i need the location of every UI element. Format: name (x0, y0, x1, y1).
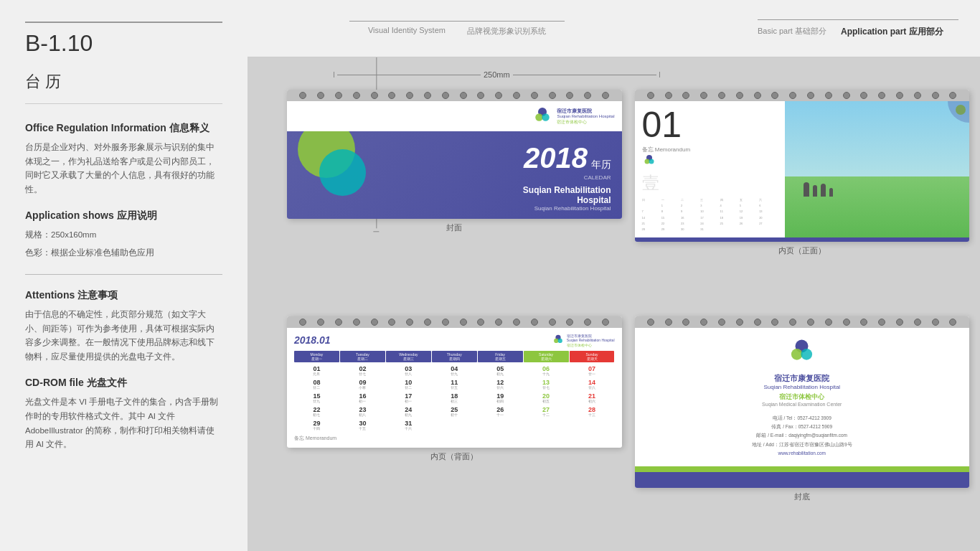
sky (785, 101, 969, 176)
ib-header: 2018.01 宿迁市康复医院 Suqian Rehabilitation Ho… (294, 334, 615, 348)
year-display: 2018 年历 (298, 142, 611, 174)
bc-check-en: Suqian Medical Examination Center (762, 402, 842, 407)
ib-logo: 宿迁市康复医院 Suqian Rehabilitation Hospital 宿… (552, 334, 615, 348)
application-label: Application part 应用部分 (841, 26, 943, 38)
svg-point-11 (801, 348, 813, 359)
bc-tel: 电话 / Tel：0527-4212 3909 (752, 414, 852, 423)
top-header: Visual Identity System 品牌视觉形象识别系统 Basic … (248, 0, 980, 57)
spiral-bc (635, 316, 970, 328)
svg-point-2 (542, 113, 550, 121)
card-front-top: 宿迁市康复医院 Suqian Rehabilitation Hospital 宿… (287, 101, 622, 131)
card-inside-front: 01 备忘 Memorandum 壹 (635, 90, 970, 242)
section1-title: Office Regulation Information 信息释义 (25, 122, 222, 135)
dim-250-annotation: 250mm (334, 70, 660, 79)
section3-body: 由于信息的不确定性，此页部分规范（如文字大小、间距等）可作为参考使用，具体可根据… (25, 308, 222, 364)
vi-label: Visual Identity System (368, 26, 446, 37)
card-front: 宿迁市康复医院 Suqian Rehabilitation Hospital 宿… (287, 90, 622, 219)
if-body: 01 备忘 Memorandum 壹 (635, 101, 970, 237)
bc-web: www.rehabilitation.com (752, 449, 852, 458)
svg-point-8 (557, 339, 562, 343)
section4-title: CD-ROM file 光盘文件 (25, 377, 222, 390)
svg-point-10 (791, 348, 803, 359)
memo-if: 备忘 Memorandum (642, 146, 778, 154)
ib-body: 2018.01 宿迁市康复医院 Suqian Rehabilitation Ho… (287, 328, 622, 448)
bc-hospital-zh: 宿迁市康复医院 (774, 373, 829, 384)
logo-area: 宿迁市康复医院 Suqian Rehabilitation Hospital 宿… (532, 105, 614, 127)
nianli-text: 年历 (591, 159, 611, 170)
bc-logo-icon (786, 336, 818, 369)
zh-label: 品牌视觉形象识别系统 (467, 26, 546, 37)
label-inside-back: 内页（背面） (287, 451, 622, 462)
caledar-text: CALEDAR (298, 174, 611, 181)
header-labels: Visual Identity System 品牌视觉形象识别系统 (368, 26, 546, 37)
section4-body: 光盘文件是本 VI 手册电子文件的集合，内含手册制作时的专用软件格式文件。其中 … (25, 395, 222, 451)
section2-title: Application shows 应用说明 (25, 209, 222, 222)
label-front: 封面 (287, 222, 622, 233)
svg-point-7 (554, 339, 558, 343)
bc-fax: 传真 / Fax：0527-4212 5909 (752, 423, 852, 431)
section2-body1: 规格：250x160mm (25, 228, 222, 242)
svg-point-1 (536, 113, 544, 121)
card-back-cover: 宿迁市康复医院 Suqian Rehabilitation Hospital 宿… (635, 316, 970, 489)
header-line (349, 21, 565, 22)
ib-logo-text: 宿迁市康复医院 Suqian Rehabilitation Hospital 宿… (567, 334, 615, 348)
bc-email: 邮箱 / E-mail：daqiyingfm@suqianfitm.com (752, 431, 852, 440)
card-inside-back-wrapper: 2018.01 宿迁市康复医院 Suqian Rehabilitation Ho… (287, 316, 622, 530)
hospital-en2: Hospital (298, 195, 611, 205)
hospital-logo-icon (532, 105, 553, 127)
month-number: 01 (642, 107, 778, 143)
date-rows: 01元旦02廿七03廿八04廿九05初九06十九07廿一08廿二09小寒10廿二… (294, 364, 615, 431)
card-front-main: 2018 年历 CALEDAR Suqian Rehabilitation Ho… (287, 131, 622, 219)
logo-text: 宿迁市康复医院 Suqian Rehabilitation Hospital 宿… (557, 108, 614, 126)
year-text: 2018 (524, 142, 588, 174)
bc-blue-bar (635, 472, 970, 488)
bc-addr: 地址 / Add：江苏省宿迁市宿豫区佛山山路9号 (752, 441, 852, 449)
main-content: 250mm 160mm (248, 57, 980, 551)
bc-hospital-en: Suqian Rehabilitation Hospital (763, 384, 840, 390)
ib-logo-icon (552, 334, 565, 347)
if-left: 01 备忘 Memorandum 壹 (635, 101, 786, 237)
page-title: 台 历 (25, 71, 222, 104)
ib-memo: 备忘 Memorandum (294, 435, 615, 442)
card-inside-back: 2018.01 宿迁市康复医院 Suqian Rehabilitation Ho… (287, 316, 622, 448)
label-back-cover: 封底 (635, 491, 970, 502)
year-month-label: 2018.01 (294, 334, 331, 346)
header-center: Visual Identity System 品牌视觉形象识别系统 (269, 21, 645, 37)
bc-top: 宿迁市康复医院 Suqian Rehabilitation Hospital 宿… (635, 328, 970, 467)
bc-contact: 电话 / Tel：0527-4212 3909 传真 / Fax：0527-42… (752, 414, 852, 458)
dim-250-label: 250mm (484, 70, 510, 79)
section1-body: 台历是企业对内、对外服务形象展示与识别的集中体现之一，作为礼品送给客户或是公司内… (25, 141, 222, 197)
family-silhouettes (804, 182, 833, 197)
weekday-headers: Monday星期一Tuesday星期二Wednesday星期三Thursday星… (294, 351, 615, 362)
hospital-en1: Suqian Rehabilitation (298, 185, 611, 195)
family-photo (785, 101, 969, 237)
basic-label: Basic part 基础部分 (758, 26, 826, 38)
mini-cal: 日一二三四五六 123456 78910111213 1415161718192… (642, 197, 778, 232)
svg-point-5 (649, 159, 654, 164)
yi-char: 壹 (642, 171, 778, 194)
header-right-labels: Basic part 基础部分 Application part 应用部分 (758, 26, 943, 38)
card-front-wrapper: 宿迁市康复医院 Suqian Rehabilitation Hospital 宿… (287, 90, 622, 303)
if-logo-icon (642, 154, 656, 168)
if-logo (642, 154, 778, 168)
svg-point-4 (644, 159, 649, 164)
left-panel: B-1.10 台 历 Office Regulation Information… (0, 0, 248, 551)
section2-body2: 色彩：根据企业标准色辅助色应用 (25, 246, 222, 260)
divider1 (25, 274, 222, 275)
page-code: B-1.10 (25, 22, 222, 57)
header-right-line (758, 19, 958, 20)
if-right (785, 101, 969, 237)
bc-check-zh: 宿迁市体检中心 (779, 392, 824, 402)
spiral-front (287, 90, 622, 101)
if-blue-bar (635, 237, 970, 242)
bc-green-bar (635, 466, 970, 472)
spiral-ib (287, 316, 622, 328)
hospital-sub: Suqian Rehabilitation Hospital (298, 205, 611, 212)
label-inside-front: 内页（正面） (635, 245, 970, 256)
spiral-if (635, 90, 970, 101)
header-right-section: Basic part 基础部分 Application part 应用部分 (758, 19, 958, 38)
card-back-cover-wrapper: 宿迁市康复医院 Suqian Rehabilitation Hospital 宿… (635, 316, 970, 530)
card-inside-front-wrapper: 01 备忘 Memorandum 壹 (635, 90, 970, 303)
section3-title: Attentions 注意事项 (25, 289, 222, 302)
